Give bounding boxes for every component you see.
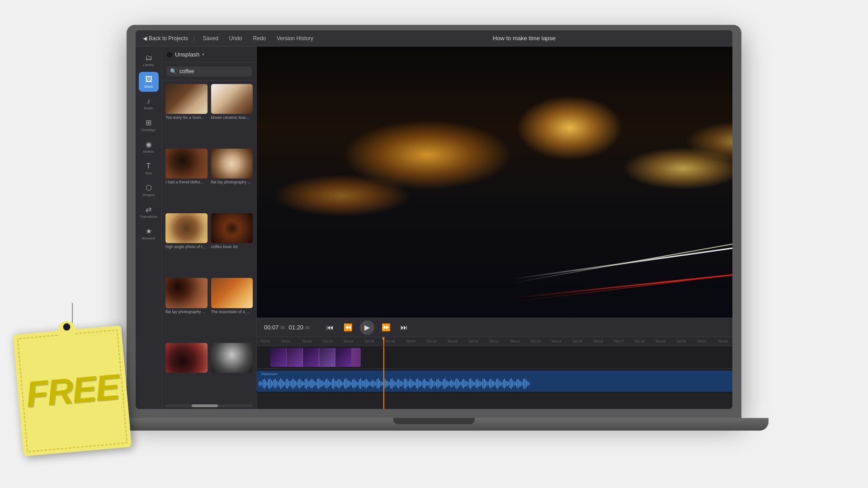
- play-button[interactable]: ▶: [360, 320, 374, 335]
- stock-item[interactable]: The essentials of a ...: [211, 278, 253, 339]
- timeline-ruler: 00:0000:0100:0200:0300:0400:0500:0600:07…: [257, 337, 732, 346]
- waveform-bar: [491, 379, 491, 389]
- redo-btn[interactable]: Redo: [250, 34, 269, 42]
- saved-btn[interactable]: Saved: [200, 34, 221, 42]
- waveform-bar: [320, 380, 321, 388]
- video-clip-1[interactable]: [270, 348, 361, 367]
- sidebar-item-motion[interactable]: ◉ Motion: [139, 137, 159, 157]
- stock-item[interactable]: I had a friend defini...: [165, 149, 208, 210]
- waveform-bar: [440, 381, 441, 386]
- project-title: How to make time lapse: [323, 35, 725, 42]
- sidebar-icons: 🗂 Library 🖼 Stock ♪ Audio ⊞ Overlays: [136, 47, 162, 409]
- stock-item[interactable]: high angle photo of t...: [165, 213, 208, 274]
- waveform-bar: [311, 379, 312, 389]
- ruler-mark: 00:08: [427, 339, 448, 343]
- current-frames: 00: [281, 325, 285, 330]
- waveform-bar: [482, 379, 483, 388]
- clip-thumb-strip: [270, 348, 351, 367]
- version-history-btn[interactable]: Version History: [274, 34, 316, 42]
- back-to-projects-btn[interactable]: ◀ Back to Projects: [143, 35, 188, 42]
- waveform-bar: [492, 380, 493, 387]
- timeline-area: 00:0000:0100:0200:0300:0400:0500:0600:07…: [257, 337, 732, 409]
- waveform-bar: [362, 380, 363, 387]
- waveform-bar: [370, 382, 371, 385]
- audio-clip[interactable]: Rainbows: [257, 371, 732, 392]
- video-preview: [257, 47, 732, 318]
- sidebar-item-audio[interactable]: ♪ Audio: [139, 94, 159, 113]
- waveform-bar: [501, 382, 502, 385]
- stock-item[interactable]: flat lay photography ...: [165, 278, 208, 339]
- stock-thumbnail: [165, 278, 208, 308]
- waveform-bar: [415, 382, 415, 385]
- waveform-bar: [473, 381, 474, 386]
- ruler-mark: 00:15: [572, 339, 593, 343]
- sidebar-item-transitions[interactable]: ⇄ Transitions: [139, 202, 159, 222]
- waveform-bar: [469, 379, 470, 388]
- waveform-bar: [467, 382, 468, 385]
- waveform-bar: [472, 380, 472, 387]
- stock-source-selector[interactable]: ⊕ Unsplash ▾: [162, 47, 256, 63]
- waveform-bar: [340, 380, 341, 387]
- waveform-bar: [421, 382, 422, 385]
- waveform-bar: [443, 379, 444, 388]
- waveform-bar: [528, 382, 529, 385]
- sidebar-item-reviews[interactable]: ★ Reviews: [139, 224, 159, 244]
- stock-item[interactable]: coffee bean lot: [211, 213, 253, 274]
- waveform-bar: [345, 378, 346, 389]
- stock-grid: Too early for a Guin...brown ceramic tea…: [162, 80, 256, 403]
- waveform-bar: [368, 381, 369, 386]
- waveform-bar: [301, 380, 302, 387]
- waveform-bar: [332, 379, 333, 388]
- sidebar-item-overlays[interactable]: ⊞ Overlays: [139, 115, 159, 135]
- waveform-bar: [489, 380, 490, 388]
- ruler-mark: 00:01: [281, 339, 302, 343]
- waveform-bar: [484, 378, 485, 389]
- waveform-bar: [431, 378, 432, 389]
- sidebar-item-shapes[interactable]: ⬡ Shapes: [139, 180, 159, 200]
- stock-item[interactable]: [211, 343, 253, 399]
- waveform-bar: [310, 380, 311, 388]
- laptop-base: [99, 418, 769, 431]
- waveform-bar: [509, 379, 510, 388]
- waveform-bar: [316, 382, 316, 385]
- waveform-bar: [505, 380, 506, 387]
- audio-track: Rainbows: [257, 369, 732, 394]
- waveform-bar: [283, 381, 284, 386]
- waveform-bar: [295, 381, 296, 386]
- stock-item-title: high angle photo of t...: [165, 244, 208, 249]
- waveform-bar: [265, 380, 266, 387]
- stock-item[interactable]: [165, 343, 208, 399]
- text-label: Text: [145, 171, 152, 175]
- stock-item[interactable]: Too early for a Guin...: [165, 84, 208, 145]
- stock-item-title: flat lay photography ...: [165, 310, 208, 314]
- scroll-bar[interactable]: [165, 404, 253, 407]
- shapes-icon: ⬡: [146, 183, 152, 192]
- ruler-mark: 00:12: [510, 339, 531, 343]
- sidebar-item-stock[interactable]: 🖼 Stock: [139, 72, 159, 92]
- waveform-bar: [294, 380, 295, 388]
- search-input[interactable]: [179, 68, 248, 75]
- sidebar-item-text[interactable]: T Text: [139, 159, 159, 178]
- waveform-bar: [497, 378, 498, 389]
- waveform-bar: [400, 380, 401, 387]
- fast-forward-button[interactable]: ⏩: [380, 321, 392, 334]
- skip-end-button[interactable]: ⏭: [398, 321, 410, 334]
- sidebar-item-library[interactable]: 🗂 Library: [139, 50, 159, 70]
- stock-thumbnail: [165, 343, 208, 373]
- stock-panel: ⊕ Unsplash ▾ 🔍 Too early for a Guin...br…: [162, 47, 257, 409]
- rewind-button[interactable]: ⏪: [342, 321, 354, 334]
- laptop-shell: ◀ Back to Projects | Saved Undo Redo Ver…: [127, 25, 741, 418]
- trail-white-1: [513, 235, 732, 280]
- waveform-bar: [438, 379, 439, 389]
- waveform-bar: [349, 381, 350, 386]
- waveform-bar: [288, 380, 289, 387]
- laptop-base-notch: [393, 418, 475, 424]
- waveform-bar: [358, 382, 359, 385]
- undo-btn[interactable]: Undo: [226, 34, 245, 42]
- stock-item[interactable]: brown ceramic teac...: [211, 84, 253, 145]
- skip-start-button[interactable]: ⏮: [324, 321, 336, 334]
- stock-item[interactable]: flat lay photography ...: [211, 149, 253, 210]
- waveform-bar: [303, 382, 304, 385]
- waveform-bar: [401, 381, 402, 386]
- waveform-bar: [321, 380, 322, 387]
